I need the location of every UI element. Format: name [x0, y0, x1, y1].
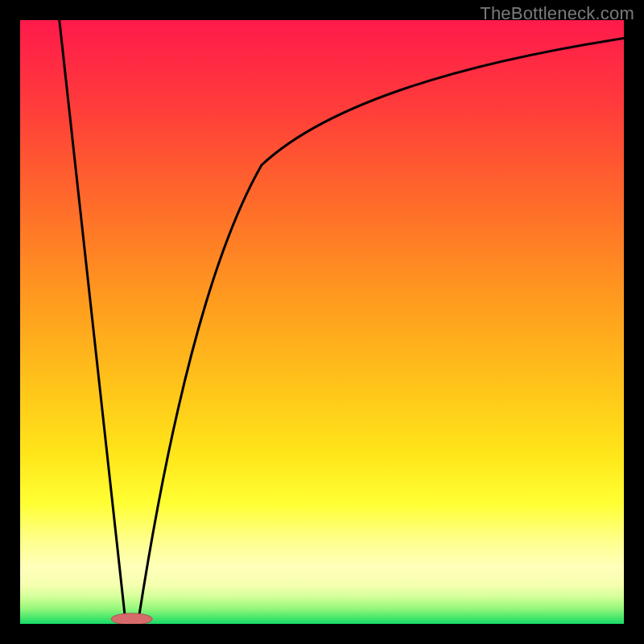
- plot-area: [20, 20, 624, 624]
- watermark-text: TheBottleneck.com: [480, 3, 634, 24]
- plot-svg: [20, 20, 624, 624]
- gradient-background: [20, 20, 624, 624]
- chart-stage: TheBottleneck.com: [0, 0, 644, 644]
- minimum-indicator: [111, 613, 152, 624]
